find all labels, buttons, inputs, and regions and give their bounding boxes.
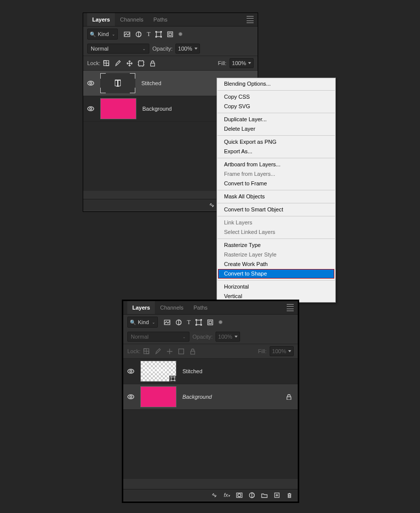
lock-artboard-icon[interactable] [138, 60, 144, 67]
lock-position-icon[interactable] [126, 60, 133, 67]
tab-paths[interactable]: Paths [188, 301, 213, 314]
search-icon: 🔍 [130, 320, 136, 325]
layer-row-background[interactable]: Background [123, 384, 298, 410]
adjustment-filter-icon[interactable] [135, 31, 142, 38]
menu-convert-to-shape[interactable]: Convert to Shape [218, 269, 334, 279]
menu-horizontal[interactable]: Horizontal [217, 282, 335, 292]
image-filter-icon[interactable] [124, 31, 130, 38]
lock-pixels-icon[interactable] [115, 60, 121, 67]
svg-point-17 [90, 108, 92, 110]
menu-duplicate-layer[interactable]: Duplicate Layer... [217, 115, 335, 124]
link-icon[interactable] [211, 492, 218, 498]
menu-delete-layer[interactable]: Delete Layer [217, 124, 335, 134]
svg-rect-13 [151, 63, 155, 66]
image-filter-icon[interactable] [164, 319, 170, 326]
filter-row: 🔍 Kind ⌄ T [83, 27, 258, 42]
kind-filter-select[interactable]: 🔍 Kind ⌄ [127, 317, 158, 328]
filter-toggle-icon[interactable] [219, 320, 223, 324]
menu-mask-all-objects[interactable]: Mask All Objects [217, 192, 335, 201]
opacity-input[interactable]: 100% [175, 44, 199, 54]
lock-artboard-icon [178, 348, 184, 355]
kind-label: Kind [138, 319, 149, 325]
chevron-down-icon [235, 336, 238, 338]
svg-rect-23 [196, 320, 201, 325]
svg-point-16 [88, 107, 94, 111]
menu-blending-options[interactable]: Blending Options... [217, 79, 335, 89]
lock-pixels-icon [155, 348, 161, 355]
layer-thumbnail-shape: Stitched [140, 361, 176, 382]
adjustment-icon[interactable] [249, 492, 255, 498]
svg-point-42 [128, 395, 134, 399]
tab-layers[interactable]: Layers [87, 13, 115, 26]
shape-filter-icon[interactable] [155, 31, 162, 38]
fx-icon[interactable]: fx▾ [224, 492, 230, 498]
opacity-value: 100% [218, 334, 232, 340]
new-layer-icon[interactable] [274, 492, 280, 498]
menu-export-as[interactable]: Export As... [217, 147, 335, 156]
svg-rect-2 [156, 32, 161, 37]
svg-point-15 [90, 82, 92, 84]
menu-artboard-from-layers[interactable]: Artboard from Layers... [217, 160, 335, 169]
lock-all-icon[interactable] [149, 60, 156, 67]
opacity-input: 100% [216, 332, 240, 342]
group-icon[interactable] [261, 492, 268, 498]
shape-badge-icon [169, 376, 176, 382]
chevron-down-icon: ⌄ [112, 32, 115, 37]
menu-rasterize-type[interactable]: Rasterize Type [217, 240, 335, 250]
type-filter-icon[interactable]: T [147, 31, 150, 38]
mask-icon[interactable] [236, 492, 243, 498]
menu-convert-to-frame[interactable]: Convert to Frame [217, 179, 335, 188]
layers-panel-after: Layers Channels Paths 🔍 Kind ⌄ T Normal … [123, 301, 298, 502]
chevron-down-icon [194, 48, 197, 50]
menu-vertical[interactable]: Vertical [217, 292, 335, 301]
opacity-label: Opacity: [152, 46, 172, 52]
chevron-down-icon: ⌄ [152, 320, 155, 325]
menu-create-work-path[interactable]: Create Work Path [217, 260, 335, 269]
filter-toggle-icon[interactable] [178, 32, 182, 36]
link-icon[interactable] [208, 202, 215, 208]
smartobject-filter-icon[interactable] [207, 319, 214, 326]
trash-icon[interactable] [286, 492, 293, 498]
visibility-toggle[interactable] [127, 393, 134, 400]
panel-menu-icon[interactable] [247, 16, 254, 23]
tab-channels[interactable]: Channels [155, 301, 188, 314]
menu-quick-export-png[interactable]: Quick Export as PNG [217, 137, 335, 147]
panel-tabs: Layers Channels Paths [83, 13, 258, 27]
svg-rect-39 [175, 376, 176, 377]
opacity-label: Opacity: [192, 334, 213, 340]
tab-paths[interactable]: Paths [148, 13, 172, 26]
tab-layers[interactable]: Layers [127, 301, 155, 314]
layer-context-menu: Blending Options... Copy CSS Copy SVG Du… [217, 78, 336, 303]
visibility-toggle[interactable] [127, 368, 134, 375]
layer-name[interactable]: Stitched [182, 368, 298, 374]
kind-filter-select[interactable]: 🔍 Kind ⌄ [87, 29, 118, 40]
panel-menu-icon[interactable] [287, 304, 294, 311]
kind-label: Kind [98, 31, 109, 37]
menu-copy-css[interactable]: Copy CSS [217, 92, 335, 102]
lock-all-icon [189, 348, 196, 355]
layer-thumbnail-text: T [100, 73, 135, 93]
fill-value: 100% [272, 348, 286, 354]
fill-input[interactable]: 100% [230, 58, 254, 68]
smartobject-filter-icon[interactable] [167, 31, 173, 38]
svg-rect-8 [169, 33, 171, 36]
tab-channels[interactable]: Channels [115, 13, 148, 26]
blend-mode-select[interactable]: Normal ⌄ [87, 44, 149, 54]
menu-copy-svg[interactable]: Copy SVG [217, 102, 335, 111]
visibility-toggle[interactable] [87, 80, 94, 87]
visibility-toggle[interactable] [87, 105, 94, 112]
adjustment-filter-icon[interactable] [175, 319, 182, 326]
menu-convert-to-smart[interactable]: Convert to Smart Object [217, 205, 335, 214]
filter-icons: T [124, 31, 182, 38]
type-filter-icon[interactable]: T [187, 319, 190, 326]
svg-rect-31 [146, 351, 149, 354]
lock-icon [286, 394, 292, 400]
shape-filter-icon[interactable] [195, 319, 202, 326]
layer-row-stitched[interactable]: Stitched Stitched [123, 359, 298, 384]
chevron-down-icon [288, 350, 291, 352]
lock-transparency-icon[interactable] [103, 60, 110, 67]
svg-rect-44 [287, 397, 291, 400]
layer-name[interactable]: Background [182, 394, 280, 400]
svg-point-14 [88, 81, 94, 85]
svg-rect-34 [191, 351, 195, 354]
